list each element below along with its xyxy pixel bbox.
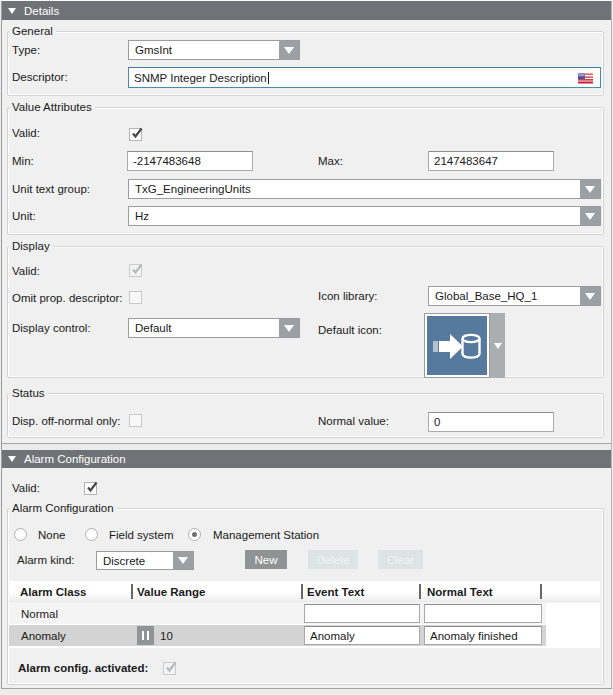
column-separator[interactable]	[131, 584, 133, 599]
display-group-legend: Display	[9, 239, 53, 253]
default-icon-label: Default icon:	[318, 323, 382, 337]
icon-library-label: Icon library:	[318, 289, 377, 303]
status-group-legend: Status	[9, 386, 48, 400]
row-anomaly-normal-text-input[interactable]: Anomaly finished	[424, 626, 542, 645]
omit-prop-descriptor-checkbox[interactable]	[129, 291, 142, 304]
column-separator[interactable]	[419, 584, 421, 599]
alarm-kind-combobox-value: Discrete	[103, 552, 145, 569]
unit-text-group-combobox-value: TxG_EngineeringUnits	[135, 180, 251, 198]
default-icon-button[interactable]	[424, 313, 490, 378]
display-groupbox: Display	[7, 246, 604, 378]
descriptor-label: Descriptor:	[12, 70, 68, 84]
radio-none[interactable]	[14, 528, 27, 541]
alarm-section-title: Alarm Configuration	[24, 453, 126, 465]
display-control-combobox[interactable]: Default	[128, 318, 300, 338]
max-input[interactable]: 2147483647	[428, 151, 554, 171]
clear-button: Clear	[378, 550, 423, 569]
display-valid-label: Valid:	[12, 264, 40, 278]
details-section-header[interactable]: Details	[2, 1, 611, 20]
panel-border-bottom	[1, 688, 612, 689]
radio-none-label: None	[38, 528, 66, 542]
text-caret	[268, 72, 269, 84]
type-label: Type:	[12, 43, 40, 57]
value-range-condition-button[interactable]	[137, 626, 154, 645]
unit-combobox-dropdown-icon[interactable]	[580, 207, 600, 225]
alarm-configuration-group-legend: Alarm Configuration	[9, 501, 117, 515]
normal-value-input[interactable]: 0	[428, 412, 554, 432]
property-panel: Details General Type: GmsInt Descriptor:…	[2, 1, 611, 688]
alarm-config-activated-checkbox	[163, 662, 176, 675]
row-anomaly-event-text-value: Anomaly	[310, 630, 355, 642]
column-separator[interactable]	[301, 584, 303, 599]
column-separator[interactable]	[540, 584, 542, 599]
min-input-value: -2147483648	[133, 155, 201, 167]
row-anomaly-alarm-class: Anomaly	[21, 629, 66, 643]
collapse-triangle-icon	[8, 456, 16, 462]
details-section-title: Details	[24, 5, 59, 17]
normal-value-input-value: 0	[434, 416, 440, 428]
display-valid-checkbox	[129, 264, 142, 277]
max-input-value: 2147483647	[434, 155, 498, 167]
unit-text-group-combobox-dropdown-icon[interactable]	[580, 180, 600, 198]
alarm-table-header	[9, 581, 600, 602]
icon-library-combobox-value: Global_Base_HQ_1	[435, 287, 537, 305]
alarm-section-header[interactable]: Alarm Configuration	[2, 450, 611, 468]
general-group-legend: General	[9, 24, 56, 38]
new-button[interactable]: New	[245, 550, 287, 569]
type-combobox-dropdown-icon[interactable]	[279, 41, 299, 59]
unit-text-group-combobox[interactable]: TxG_EngineeringUnits	[128, 179, 601, 199]
unit-label: Unit:	[12, 209, 36, 223]
display-control-label: Display control:	[12, 321, 91, 335]
disp-off-normal-checkbox[interactable]	[129, 414, 142, 427]
valid-checkbox[interactable]	[129, 128, 142, 141]
min-input[interactable]: -2147483648	[127, 151, 253, 171]
alarm-kind-combobox[interactable]: Discrete	[96, 551, 194, 570]
row-normal-alarm-class: Normal	[21, 607, 58, 621]
default-icon-dropdown-button[interactable]	[490, 313, 505, 378]
radio-field-system-label: Field system	[109, 528, 174, 542]
omit-prop-descriptor-label: Omit prop. descriptor:	[12, 291, 123, 305]
panel-border-right	[611, 1, 612, 688]
disp-off-normal-label: Disp. off-normal only:	[12, 414, 120, 428]
display-control-combobox-dropdown-icon[interactable]	[279, 319, 299, 337]
row-anomaly-event-text-input[interactable]: Anomaly	[304, 626, 420, 645]
unit-combobox[interactable]: Hz	[128, 206, 601, 226]
descriptor-input[interactable]: SNMP Integer Description	[128, 67, 601, 88]
unit-text-group-label: Unit text group:	[12, 182, 90, 196]
delete-button: Delete	[308, 550, 358, 569]
collapse-triangle-icon	[8, 8, 16, 14]
row-normal-normal-text-input[interactable]	[424, 604, 542, 623]
radio-field-system[interactable]	[85, 528, 98, 541]
row-normal-event-text-input[interactable]	[304, 604, 420, 623]
min-label: Min:	[12, 154, 34, 168]
icon-library-combobox[interactable]: Global_Base_HQ_1	[428, 286, 601, 306]
icon-library-combobox-dropdown-icon[interactable]	[580, 287, 600, 305]
type-combobox-value: GmsInt	[135, 41, 172, 59]
row-anomaly-value-range: 10	[160, 629, 173, 643]
unit-combobox-value: Hz	[135, 207, 149, 225]
language-flag-us-icon[interactable]	[578, 73, 593, 84]
descriptor-input-value: SNMP Integer Description	[134, 72, 267, 84]
alarm-valid-checkbox[interactable]	[84, 482, 97, 495]
display-control-combobox-value: Default	[135, 319, 171, 337]
col-header-normal-text[interactable]: Normal Text	[427, 585, 493, 599]
col-header-value-range[interactable]: Value Range	[137, 585, 205, 599]
alarm-valid-label: Valid:	[12, 481, 40, 495]
alarm-kind-label: Alarm kind:	[17, 553, 75, 567]
max-label: Max:	[318, 154, 343, 168]
valid-label: Valid:	[12, 126, 40, 140]
type-combobox[interactable]: GmsInt	[128, 40, 300, 60]
arrow-into-database-icon	[429, 318, 485, 374]
col-header-event-text[interactable]: Event Text	[307, 585, 364, 599]
alarm-config-activated-label: Alarm config. activated:	[18, 661, 148, 675]
radio-management-station[interactable]	[188, 528, 201, 541]
normal-value-label: Normal value:	[318, 414, 389, 428]
row-anomaly-normal-text-value: Anomaly finished	[430, 630, 518, 642]
col-header-alarm-class[interactable]: Alarm Class	[20, 585, 86, 599]
alarm-kind-combobox-dropdown-icon[interactable]	[173, 552, 193, 569]
default-icon-image	[427, 316, 487, 375]
value-attributes-group-legend: Value Attributes	[9, 100, 95, 114]
radio-management-station-label: Management Station	[213, 528, 319, 542]
